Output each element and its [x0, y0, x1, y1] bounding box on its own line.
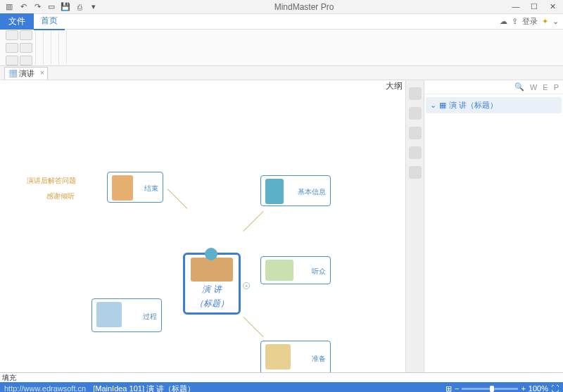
paste-icon[interactable] — [6, 56, 18, 65]
minimize-button[interactable]: — — [510, 2, 522, 11]
ribbon — [0, 30, 563, 66]
outline-header: 🔍 W E P — [424, 80, 563, 94]
cut-icon[interactable] — [6, 30, 18, 40]
node-process-label: 过程 — [143, 302, 157, 322]
node-end-label: 结束 — [144, 175, 158, 194]
tree-root-label: 演 讲（标题） — [449, 100, 498, 110]
cloud-icon[interactable]: ☁ — [500, 17, 507, 26]
list-tool-icon[interactable] — [409, 107, 422, 120]
node-basic[interactable]: 基本信息 — [260, 175, 331, 206]
zoom-controls: ⊞ − + 100% ⛶ — [445, 384, 559, 393]
node-prepare-label: 准备 — [312, 344, 326, 364]
new-icon[interactable]: ▭ — [46, 2, 56, 12]
clipboard-small — [6, 30, 18, 65]
center-title: 演 讲 — [202, 284, 221, 296]
file-menu[interactable]: 文件 — [0, 13, 34, 30]
menu-right: ☁ ⇪ 登录 ✦ ⌄ — [500, 16, 563, 27]
close-tab-icon[interactable]: × — [40, 68, 44, 77]
gear-icon[interactable]: ✦ — [542, 17, 548, 26]
fullscreen-icon[interactable]: ⛶ — [551, 384, 559, 392]
quick-access-toolbar: ▥ ↶ ↷ ▭ 💾 ⎙ ▾ — [4, 2, 99, 12]
palette-swatches — [18, 373, 563, 382]
illustration-icon — [112, 175, 133, 201]
outline-w[interactable]: W — [530, 83, 537, 91]
node-audience-label: 听众 — [312, 260, 326, 277]
fit-icon[interactable]: ⊞ — [445, 384, 452, 393]
title-bar: ▥ ↶ ↷ ▭ 💾 ⎙ ▾ MindMaster Pro — ☐ ✕ — [0, 0, 563, 14]
node-end[interactable]: 结束 — [107, 172, 163, 203]
ribbon-group-clipboard — [3, 31, 36, 64]
canvas-header: 大纲 — [386, 80, 403, 92]
app-title: MindMaster Pro — [99, 2, 510, 12]
close-button[interactable]: ✕ — [546, 2, 559, 11]
outline-tree[interactable]: ⌄ ▦ 演 讲（标题） — [424, 94, 563, 372]
node-end-sub2[interactable]: 感谢倾听 — [46, 191, 75, 201]
zoom-out-icon[interactable]: − — [455, 384, 459, 392]
outline-panel: 🔍 W E P ⌄ ▦ 演 讲（标题） — [424, 80, 563, 372]
node-basic-label: 基本信息 — [298, 179, 326, 197]
maximize-button[interactable]: ☐ — [528, 2, 540, 11]
menu-tab-0[interactable]: 首页 — [34, 13, 65, 30]
star-tool-icon[interactable] — [409, 127, 422, 139]
illustration-icon — [265, 179, 284, 204]
clear-icon[interactable] — [20, 56, 32, 65]
center-subtitle: （标题） — [195, 298, 229, 310]
expand-handle-icon[interactable]: + — [243, 282, 250, 289]
ribbon-group-images — [53, 31, 59, 64]
doc-icon: ▦ — [9, 69, 17, 77]
status-url[interactable]: http://www.edrawsoft.cn — [4, 384, 86, 392]
connector — [167, 189, 188, 209]
zoom-value: 100% — [529, 384, 548, 392]
document-tab-label: 演讲 — [19, 69, 34, 77]
canvas[interactable]: 大纲 演 讲 （标题） + 结束 演讲后解答问题 感谢倾听 基本信息 听众 — [0, 80, 405, 372]
ribbon-group-topics — [37, 31, 44, 64]
chevron-down-icon[interactable]: ⌄ — [430, 101, 436, 110]
doc-icon: ▦ — [439, 101, 446, 110]
copy-icon[interactable] — [6, 43, 18, 53]
outline-e[interactable]: E — [543, 83, 548, 91]
clip-tool-icon[interactable] — [409, 146, 422, 159]
ribbon-group-relations — [45, 31, 51, 64]
status-bar: http://www.edrawsoft.cn [MainIdea 101] 演… — [0, 382, 563, 392]
node-prepare[interactable]: 准备 — [260, 341, 331, 372]
tree-root[interactable]: ⌄ ▦ 演 讲（标题） — [426, 97, 562, 113]
center-node[interactable]: 演 讲 （标题） — [183, 253, 241, 315]
format-small — [20, 30, 32, 65]
zoom-in-icon[interactable]: + — [521, 384, 525, 392]
share-icon[interactable]: ⇪ — [512, 17, 518, 26]
document-tabs: ▦ 演讲 × — [0, 66, 563, 80]
node-end-sub1[interactable]: 演讲后解答问题 — [27, 176, 76, 186]
document-tab[interactable]: ▦ 演讲 × — [4, 67, 48, 80]
status-doc: [MainIdea 101] 演 讲（标题） — [93, 384, 195, 393]
illustration-icon — [96, 302, 122, 327]
main-area: 大纲 演 讲 （标题） + 结束 演讲后解答问题 感谢倾听 基本信息 听众 — [0, 80, 563, 372]
outline-p[interactable]: P — [554, 83, 559, 91]
node-process[interactable]: 过程 — [91, 298, 162, 332]
connector — [243, 211, 264, 232]
redo-icon[interactable]: ↷ — [32, 2, 42, 12]
color-palette: 填充 — [0, 372, 563, 382]
save-icon[interactable]: 💾 — [61, 2, 70, 12]
presenter-illustration — [191, 258, 233, 282]
print-icon[interactable]: ⎙ — [75, 2, 84, 12]
ribbon-group-links — [61, 31, 67, 64]
side-toolbar — [405, 80, 424, 372]
paint-icon[interactable] — [20, 30, 32, 40]
more-icon[interactable]: ▾ — [89, 2, 99, 12]
brush-icon[interactable] — [20, 43, 32, 53]
login-link[interactable]: 登录 — [522, 16, 538, 27]
window-controls: — ☐ ✕ — [510, 2, 559, 11]
zoom-slider[interactable] — [462, 388, 518, 390]
brush-tool-icon[interactable] — [409, 87, 422, 100]
layout-tool-icon[interactable] — [409, 166, 422, 179]
palette-label: 填充 — [0, 373, 18, 382]
undo-icon[interactable]: ↶ — [18, 2, 28, 12]
collapse-ribbon-icon[interactable]: ⌄ — [552, 17, 559, 26]
illustration-icon — [265, 260, 293, 281]
search-icon[interactable]: 🔍 — [514, 82, 524, 91]
illustration-icon — [265, 344, 291, 369]
node-audience[interactable]: 听众 — [260, 256, 331, 284]
menu-bar: 文件 首页 ☁ ⇪ 登录 ✦ ⌄ — [0, 14, 563, 30]
disk-icon[interactable]: ▥ — [4, 2, 14, 12]
connector — [243, 317, 264, 337]
